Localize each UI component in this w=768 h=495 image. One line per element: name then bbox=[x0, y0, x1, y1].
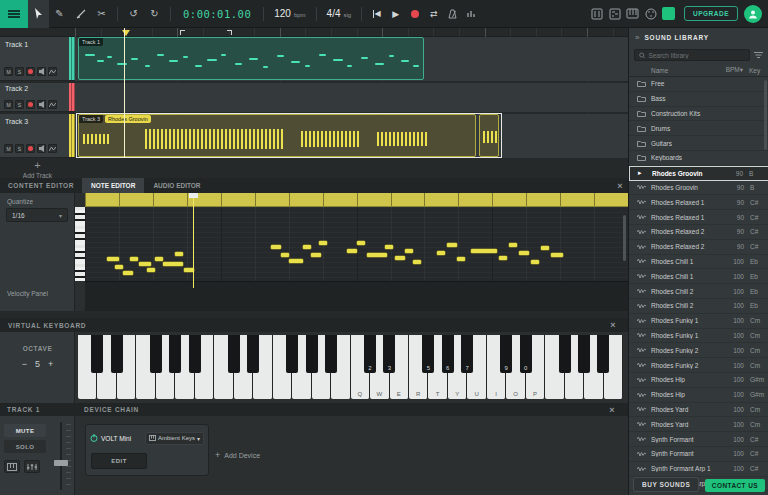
library-sample-row[interactable]: Rhodes Relaxed 2 90 C# bbox=[629, 225, 768, 240]
midi-note[interactable] bbox=[401, 60, 409, 62]
filter-button[interactable] bbox=[754, 51, 763, 59]
library-sample-row[interactable]: Synth Formant Arp 1 100 C# bbox=[629, 462, 768, 477]
midi-note[interactable] bbox=[235, 63, 242, 65]
user-avatar[interactable] bbox=[744, 5, 762, 23]
piano-key-black[interactable] bbox=[228, 335, 240, 373]
midi-note[interactable] bbox=[347, 65, 352, 67]
pencil-tool-button[interactable]: ✎ bbox=[49, 0, 70, 28]
piano-roll-ruler[interactable] bbox=[85, 193, 628, 207]
midi-note[interactable] bbox=[519, 251, 529, 255]
midi-note[interactable] bbox=[147, 268, 155, 272]
midi-note[interactable] bbox=[361, 57, 368, 59]
mixer-panel-button[interactable] bbox=[588, 3, 606, 25]
library-sample-row[interactable]: Rhodes Chill 1 100 Eb bbox=[629, 255, 768, 270]
midi-button[interactable] bbox=[642, 3, 660, 25]
search-input[interactable] bbox=[648, 52, 745, 59]
library-folder-row[interactable]: Construction Kits bbox=[629, 107, 768, 122]
midi-note[interactable] bbox=[447, 243, 457, 247]
midi-note[interactable] bbox=[319, 241, 327, 245]
library-sample-row[interactable]: Rhodes Groovin 90 B bbox=[629, 181, 768, 196]
track-monitor-button[interactable] bbox=[37, 67, 46, 76]
library-sample-row[interactable]: Rhodes Yard 100 Cm bbox=[629, 403, 768, 418]
piano-key-black[interactable] bbox=[559, 335, 571, 373]
loop-button[interactable]: ⇄ bbox=[424, 0, 443, 28]
track-arm-button[interactable] bbox=[26, 144, 35, 153]
library-sample-row-selected[interactable]: ▸ Rhodes Groovin 90 B bbox=[629, 166, 768, 181]
track-solo-button[interactable]: S bbox=[15, 67, 24, 76]
instrument-panel-button[interactable] bbox=[4, 460, 20, 473]
arrangement-timeline[interactable]: Track 1 Track 3 Rhodes Groovin bbox=[75, 37, 628, 158]
midi-note[interactable] bbox=[157, 54, 164, 56]
midi-note[interactable] bbox=[277, 55, 284, 57]
piano-key-black[interactable]: 6 bbox=[442, 335, 454, 373]
piano-key-black[interactable] bbox=[91, 335, 103, 373]
piano-roll-grid[interactable] bbox=[85, 207, 628, 281]
piano-key-black[interactable] bbox=[578, 335, 590, 373]
midi-note[interactable] bbox=[289, 259, 303, 263]
collapse-sidebar-button[interactable]: » bbox=[635, 33, 639, 42]
column-bpm[interactable]: BPM▾ bbox=[719, 66, 743, 74]
time-signature-control[interactable]: 4/4 sig bbox=[327, 8, 352, 19]
undo-button[interactable]: ↺ bbox=[123, 0, 144, 28]
midi-note[interactable] bbox=[333, 59, 343, 61]
play-icon[interactable]: ▸ bbox=[638, 169, 652, 177]
mute-button[interactable]: MUTE bbox=[4, 424, 46, 437]
midi-note[interactable] bbox=[107, 56, 112, 58]
library-sample-row[interactable]: Rhodes Hip 100 G#m bbox=[629, 373, 768, 388]
midi-note[interactable] bbox=[139, 262, 151, 266]
lane-track3[interactable]: Track 3 Rhodes Groovin bbox=[75, 114, 628, 158]
midi-note[interactable] bbox=[405, 249, 413, 253]
skip-to-start-button[interactable]: ◀ bbox=[367, 0, 386, 28]
redo-button[interactable]: ↻ bbox=[144, 0, 165, 28]
track-arm-button[interactable] bbox=[26, 67, 35, 76]
midi-note[interactable] bbox=[169, 60, 178, 62]
track-arm-button[interactable] bbox=[26, 100, 35, 109]
midi-note[interactable] bbox=[551, 253, 563, 257]
fader-handle[interactable] bbox=[54, 460, 68, 466]
edit-device-button[interactable]: EDIT bbox=[91, 453, 147, 469]
piano-roll[interactable] bbox=[75, 193, 628, 311]
piano-key-black[interactable] bbox=[597, 335, 609, 373]
octave-down-button[interactable]: − bbox=[22, 359, 27, 369]
library-scrollbar[interactable] bbox=[764, 80, 767, 150]
virtual-keyboard-keys[interactable]: QWERTYUIOP 2356790 bbox=[78, 335, 623, 399]
midi-note[interactable] bbox=[499, 256, 507, 260]
midi-note[interactable] bbox=[85, 54, 95, 56]
library-folder-row[interactable]: Drums bbox=[629, 121, 768, 136]
device-card[interactable]: VOLT Mini Ambient Keys ▾ EDIT bbox=[85, 424, 209, 476]
slice-tool-button[interactable] bbox=[70, 0, 91, 28]
midi-note[interactable] bbox=[509, 243, 517, 247]
loop-end-marker[interactable] bbox=[227, 30, 232, 35]
midi-note[interactable] bbox=[471, 249, 497, 253]
midi-note[interactable] bbox=[303, 245, 311, 249]
piano-key-black[interactable] bbox=[286, 335, 298, 373]
midi-note[interactable] bbox=[389, 55, 394, 57]
piano-key-black[interactable] bbox=[189, 335, 201, 373]
add-device-button[interactable]: + Add Device bbox=[215, 450, 260, 460]
arrangement-ruler[interactable] bbox=[0, 28, 628, 37]
track-header-1[interactable]: Track 1 M S bbox=[0, 37, 75, 81]
midi-note[interactable] bbox=[281, 253, 289, 257]
library-folder-row[interactable]: Keyboards bbox=[629, 151, 768, 166]
scissors-tool-button[interactable]: ✂ bbox=[91, 0, 112, 28]
tab-note-editor[interactable]: NOTE EDITOR bbox=[82, 178, 144, 193]
midi-note[interactable] bbox=[367, 253, 387, 257]
search-box[interactable] bbox=[634, 49, 750, 61]
fx-panel-button[interactable] bbox=[24, 460, 40, 473]
cursor-tool-button[interactable] bbox=[28, 0, 49, 28]
lane-track2[interactable] bbox=[75, 83, 628, 112]
editor-playhead-handle[interactable] bbox=[189, 193, 198, 198]
solo-button[interactable]: SOLO bbox=[4, 440, 46, 453]
midi-note[interactable] bbox=[413, 65, 419, 67]
midi-note[interactable] bbox=[195, 65, 202, 67]
midi-note[interactable] bbox=[123, 271, 133, 275]
velocity-lane[interactable] bbox=[85, 281, 628, 311]
piano-key-black[interactable] bbox=[169, 335, 181, 373]
library-sample-row[interactable]: Rhodes Chill 2 100 Eb bbox=[629, 299, 768, 314]
midi-note[interactable] bbox=[263, 66, 268, 68]
track-solo-button[interactable]: S bbox=[15, 144, 24, 153]
library-sample-row[interactable]: Rhodes Funky 2 100 Cm bbox=[629, 358, 768, 373]
quantize-dropdown[interactable]: 1/16 ▾ bbox=[6, 208, 68, 222]
library-folder-row[interactable]: Bass bbox=[629, 92, 768, 107]
track-mute-button[interactable]: M bbox=[4, 100, 13, 109]
